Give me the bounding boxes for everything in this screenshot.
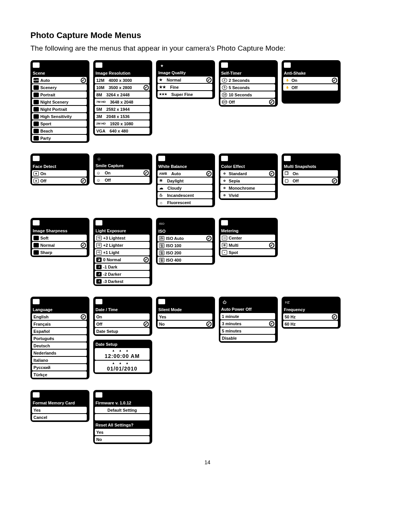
sharp-soft[interactable]: Soft xyxy=(32,235,87,241)
lang-deutsch[interactable]: Deutsch xyxy=(32,342,87,349)
face-off[interactable]: ☻Off xyxy=(32,177,87,184)
menu-title: Smile Capture xyxy=(95,163,151,169)
stack-icon: ❐ xyxy=(285,171,288,176)
sharp-normal[interactable]: Normal xyxy=(32,242,87,248)
exp-minus2[interactable]: -2-2 Darker xyxy=(95,271,150,277)
menu-date-setup: Date Setup ▲▲▲12:00:00 AM ▲▲▲01/01/2010 xyxy=(93,340,152,374)
timer-10s[interactable]: 1010 Seconds xyxy=(220,91,275,98)
date-setup-date[interactable]: ▲▲▲01/01/2010 xyxy=(95,361,150,372)
res-item-vga[interactable]: VGA 640 x 480 xyxy=(95,128,150,134)
color-sepia[interactable]: ✿Sepia xyxy=(220,177,275,184)
power-icon: ⏻ xyxy=(221,300,228,305)
scene-item-night-scenery[interactable]: Night Scenery xyxy=(32,99,87,105)
dt-on[interactable]: On xyxy=(95,313,150,320)
timer-2s[interactable]: 22 Seconds xyxy=(220,77,275,83)
meter-center[interactable]: ▭Center xyxy=(220,235,275,241)
color-vivid[interactable]: ✿Vivid xyxy=(220,192,275,198)
wb-auto[interactable]: AWB Auto xyxy=(158,170,212,177)
freq-60[interactable]: 60 Hz xyxy=(283,321,338,327)
exp-plus1[interactable]: +1+1 Light xyxy=(95,249,150,256)
apo-disable[interactable]: Disable xyxy=(220,335,275,341)
check-icon xyxy=(269,99,274,105)
menu-title: ISO xyxy=(158,228,213,235)
smile-off[interactable]: ☺ Off xyxy=(95,177,150,183)
res-item-3m[interactable]: 3M 2048 x 1536 xyxy=(95,113,150,120)
freq-50[interactable]: 50 Hz xyxy=(283,313,338,320)
lang-english[interactable]: English xyxy=(32,313,87,320)
apo-5min[interactable]: 5 minutes xyxy=(220,328,275,334)
multi-off[interactable]: ▢ Off xyxy=(283,177,338,184)
sharp-sharp[interactable]: Sharp xyxy=(32,249,87,256)
lang-russian[interactable]: Русский xyxy=(32,364,87,371)
lang-francais[interactable]: Français xyxy=(32,321,87,327)
quality-super-fine[interactable]: ★★★ Super Fine xyxy=(158,91,212,97)
scene-item-scenery[interactable]: Scenery xyxy=(32,84,87,91)
quality-normal[interactable]: ★ Normal xyxy=(158,77,212,83)
date-setup-time[interactable]: ▲▲▲12:00:00 AM xyxy=(95,348,150,360)
silent-yes[interactable]: Yes xyxy=(158,313,212,320)
lang-turkce[interactable]: Türkçe xyxy=(32,371,87,378)
menu-firmware: Firmware v. 1.0.12 Default Setting Reset… xyxy=(93,390,152,444)
menu-language: Language English Français Español Portug… xyxy=(30,297,89,379)
lang-nederlands[interactable]: Nederlands xyxy=(32,350,87,356)
scene-item-high-sens[interactable]: High Sensitivity xyxy=(32,113,87,120)
scene-item-party[interactable]: Party xyxy=(32,135,87,141)
antishake-on[interactable]: ✋On xyxy=(283,77,338,83)
menu-title: White Balance xyxy=(158,163,213,170)
check-icon xyxy=(81,243,86,248)
scene-item-sport[interactable]: Sport xyxy=(32,120,87,127)
scene-item-beach[interactable]: Beach xyxy=(32,128,87,134)
wb-cloudy[interactable]: ☁ Cloudy xyxy=(158,185,212,191)
exp-minus1[interactable]: -1-1 Dark xyxy=(95,264,150,270)
dt-setup[interactable]: Date Setup xyxy=(95,328,150,334)
default-setting[interactable]: Default Setting xyxy=(95,407,150,413)
color-mono[interactable]: ✿Monochrome xyxy=(220,185,275,191)
res-item-8m[interactable]: 8M 3264 x 2448 xyxy=(95,91,150,98)
dt-off[interactable]: Off xyxy=(95,321,150,327)
scene-item-portrait[interactable]: Portrait xyxy=(32,91,87,98)
iso-auto[interactable]: ISOAUTOISO Auto xyxy=(158,235,212,241)
timer-5s[interactable]: 55 Seconds xyxy=(220,84,275,91)
antishake-off[interactable]: ✋Off xyxy=(283,84,338,91)
meter-multi[interactable]: ⊞Multi xyxy=(220,242,275,248)
apo-3min[interactable]: 3 minutes xyxy=(220,320,275,327)
color-standard[interactable]: ✿Standard xyxy=(220,170,275,177)
format-yes[interactable]: Yes xyxy=(32,407,87,413)
iso-400[interactable]: ISO400ISO 400 xyxy=(158,257,212,263)
silent-no[interactable]: No xyxy=(158,321,212,327)
meter-spot[interactable]: ▪Spot xyxy=(220,249,275,256)
lang-italiano[interactable]: Italiano xyxy=(32,357,87,363)
scene-item-auto[interactable]: AUTOAuto xyxy=(32,77,87,83)
wb-daylight[interactable]: ☀ Daylight xyxy=(158,177,212,184)
face-on[interactable]: ☻On xyxy=(32,170,87,177)
menu-silent-mode: Silent Mode Yes No xyxy=(156,297,215,329)
reset-yes[interactable]: Yes xyxy=(95,429,150,435)
quality-fine[interactable]: ★★ Fine xyxy=(158,84,212,90)
wb-incandescent[interactable]: ♨ Incandescent xyxy=(158,192,212,198)
format-cancel[interactable]: Cancel xyxy=(32,414,87,420)
menu-title: Date / Time xyxy=(95,307,151,313)
res-item-7m[interactable]: 7M HD 3648 x 2048 xyxy=(95,99,150,105)
exp-0[interactable]: ◪0 Normal xyxy=(95,256,150,263)
reset-no[interactable]: No xyxy=(95,436,150,443)
exp-plus2[interactable]: +2+2 Lighter xyxy=(95,242,150,248)
iso-200[interactable]: ISO200ISO 200 xyxy=(158,249,212,256)
exp-minus3[interactable]: -3-3 Darkest xyxy=(95,278,150,284)
format-icon xyxy=(33,392,40,398)
scene-icon xyxy=(33,62,40,68)
smile-on[interactable]: ☺ On xyxy=(95,169,150,176)
res-item-12m[interactable]: 12M 4000 x 3000 xyxy=(95,77,150,83)
lang-espanol[interactable]: Español xyxy=(32,328,87,334)
wb-fluorescent[interactable]: ☼ Fluorescent xyxy=(158,199,212,206)
exp-plus3[interactable]: +3+3 Lightest xyxy=(95,235,150,241)
res-item-10m[interactable]: 10M 3500 x 2800 xyxy=(95,84,150,91)
check-icon xyxy=(206,77,212,83)
lang-portugues[interactable]: Português xyxy=(32,335,87,342)
apo-1min[interactable]: 1 minute xyxy=(220,313,275,320)
iso-100[interactable]: ISO100ISO 100 xyxy=(158,242,212,249)
timer-off[interactable]: OFFOff xyxy=(220,99,275,105)
res-item-2m[interactable]: 2M HD 1920 x 1080 xyxy=(95,120,150,127)
scene-item-night-portrait[interactable]: Night Portrait xyxy=(32,106,87,112)
res-item-5m[interactable]: 5M 2592 x 1944 xyxy=(95,106,150,112)
multi-on[interactable]: ❐ On xyxy=(283,170,338,177)
